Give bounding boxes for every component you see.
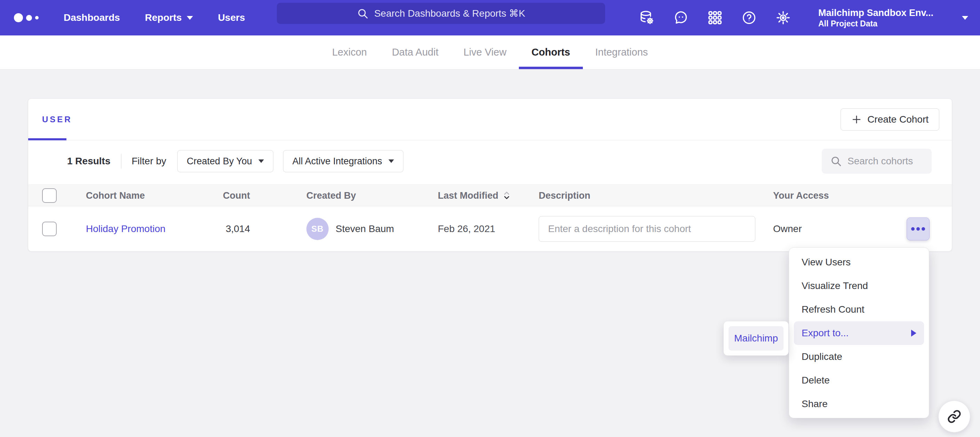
avatar: SB <box>306 218 329 240</box>
ellipsis-icon <box>916 227 920 231</box>
filter-label: All Active Integrations <box>293 156 382 167</box>
nav-item-dashboards[interactable]: Dashboards <box>64 12 120 23</box>
export-submenu: Mailchimp <box>723 321 789 356</box>
plus-icon <box>851 114 862 125</box>
ellipsis-icon <box>911 227 915 231</box>
chevron-down-icon <box>258 160 264 163</box>
feedback-icon[interactable] <box>673 10 689 26</box>
chevron-down-icon <box>187 16 193 20</box>
integrations-filter-dropdown[interactable]: All Active Integrations <box>283 150 403 172</box>
access-level: Owner <box>773 223 802 234</box>
tab-label: Data Audit <box>392 46 439 58</box>
nav-item-reports[interactable]: Reports <box>145 12 193 23</box>
menu-item-duplicate[interactable]: Duplicate <box>789 345 929 369</box>
search-icon <box>830 155 842 167</box>
copy-link-fab[interactable] <box>938 401 970 432</box>
column-label: Last Modified <box>438 190 498 201</box>
search-cohorts-placeholder: Search cohorts <box>848 156 913 167</box>
select-all-checkbox[interactable] <box>42 188 57 203</box>
project-subtitle: All Project Data <box>818 19 934 28</box>
create-cohort-button[interactable]: Create Cohort <box>840 108 939 131</box>
checkbox[interactable] <box>42 188 57 203</box>
created-by-filter-dropdown[interactable]: Created By You <box>177 150 274 172</box>
data-management-tabs: Lexicon Data Audit Live View Cohorts Int… <box>0 35 980 70</box>
table-row: Holiday Promotion 3,014 SB Steven Baum F… <box>28 207 952 252</box>
search-icon <box>357 8 369 19</box>
sort-icon <box>503 190 511 201</box>
tab-lexicon[interactable]: Lexicon <box>320 35 379 69</box>
nav-item-label: Dashboards <box>64 12 120 23</box>
logo-dot <box>26 15 32 21</box>
menu-item-refresh-count[interactable]: Refresh Count <box>789 298 929 321</box>
filter-label: Created By You <box>187 156 252 167</box>
active-tab-underline <box>28 138 67 140</box>
created-by-cell: SB Steven Baum <box>306 218 394 240</box>
results-count: 1 Results <box>67 156 111 167</box>
cohort-name-link[interactable]: Holiday Promotion <box>86 223 165 234</box>
filter-by-label: Filter by <box>132 156 167 167</box>
submenu-item-mailchimp[interactable]: Mailchimp <box>729 326 784 350</box>
column-header-cohort-name: Cohort Name <box>86 190 145 201</box>
tab-label: Live View <box>464 46 507 58</box>
created-by-name: Steven Baum <box>336 223 394 234</box>
filter-row: 1 Results Filter by Created By You All A… <box>67 150 932 173</box>
tab-label: Integrations <box>595 46 648 58</box>
logo-dot <box>14 13 23 22</box>
cohort-count: 3,014 <box>226 223 250 234</box>
divider <box>121 154 121 168</box>
tab-live-view[interactable]: Live View <box>451 35 519 69</box>
menu-item-export-to[interactable]: Export to... <box>794 321 924 345</box>
tab-label: Cohorts <box>531 46 570 58</box>
mixpanel-logo[interactable] <box>14 13 38 22</box>
link-icon <box>947 409 962 424</box>
search-placeholder: Search Dashboards & Reports ⌘K <box>374 8 525 19</box>
menu-item-share[interactable]: Share <box>789 392 929 416</box>
row-actions-context-menu: View Users Visualize Trend Refresh Count… <box>789 247 929 418</box>
data-management-icon[interactable] <box>639 10 655 26</box>
tab-integrations[interactable]: Integrations <box>583 35 661 69</box>
menu-item-delete[interactable]: Delete <box>789 369 929 392</box>
project-name: Mailchimp Sandbox Env... <box>818 7 934 19</box>
column-header-last-modified[interactable]: Last Modified <box>438 190 511 201</box>
tab-user-cohorts[interactable]: USER <box>42 115 72 124</box>
submenu-arrow-icon <box>911 330 916 337</box>
project-selector[interactable]: Mailchimp Sandbox Env... All Project Dat… <box>818 7 934 28</box>
column-header-count: Count <box>167 190 250 201</box>
nav-item-users[interactable]: Users <box>218 12 245 23</box>
table-header: Cohort Name Count Created By Last Modifi… <box>28 184 952 206</box>
row-checkbox-cell <box>42 222 57 236</box>
menu-item-visualize-trend[interactable]: Visualize Trend <box>789 274 929 298</box>
row-checkbox[interactable] <box>42 222 57 236</box>
menu-item-view-users[interactable]: View Users <box>789 250 929 274</box>
column-header-description: Description <box>539 190 590 201</box>
cohort-type-tabs: USER Create Cohort <box>28 99 952 140</box>
project-chevron-down-icon[interactable] <box>962 16 968 20</box>
create-cohort-label: Create Cohort <box>867 114 929 125</box>
row-actions-menu-button[interactable] <box>907 217 929 241</box>
column-header-created-by: Created By <box>306 190 356 201</box>
cohorts-card: USER Create Cohort 1 Results Filter by C… <box>28 98 952 252</box>
global-search-input[interactable]: Search Dashboards & Reports ⌘K <box>277 3 605 24</box>
nav-item-label: Users <box>218 12 245 23</box>
last-modified-date: Feb 26, 2021 <box>438 223 495 234</box>
nav-item-label: Reports <box>145 12 182 23</box>
description-input[interactable] <box>539 216 755 242</box>
search-cohorts-input[interactable]: Search cohorts <box>822 149 932 174</box>
apps-grid-icon[interactable] <box>707 10 723 26</box>
column-header-your-access: Your Access <box>773 190 829 201</box>
menu-item-label: Export to... <box>802 328 848 339</box>
chevron-down-icon <box>388 160 394 163</box>
top-nav-right: Mailchimp Sandbox Env... All Project Dat… <box>639 0 968 35</box>
tab-label: Lexicon <box>332 46 367 58</box>
top-nav: Dashboards Reports Users Search Dashboar… <box>0 0 980 35</box>
logo-dot <box>35 16 38 19</box>
tab-data-audit[interactable]: Data Audit <box>379 35 451 69</box>
settings-gear-icon[interactable] <box>775 10 791 26</box>
help-icon[interactable] <box>741 10 757 26</box>
ellipsis-icon <box>921 227 925 231</box>
cohorts-page: Dashboards Reports Users Search Dashboar… <box>0 0 980 437</box>
tab-cohorts[interactable]: Cohorts <box>519 35 582 69</box>
